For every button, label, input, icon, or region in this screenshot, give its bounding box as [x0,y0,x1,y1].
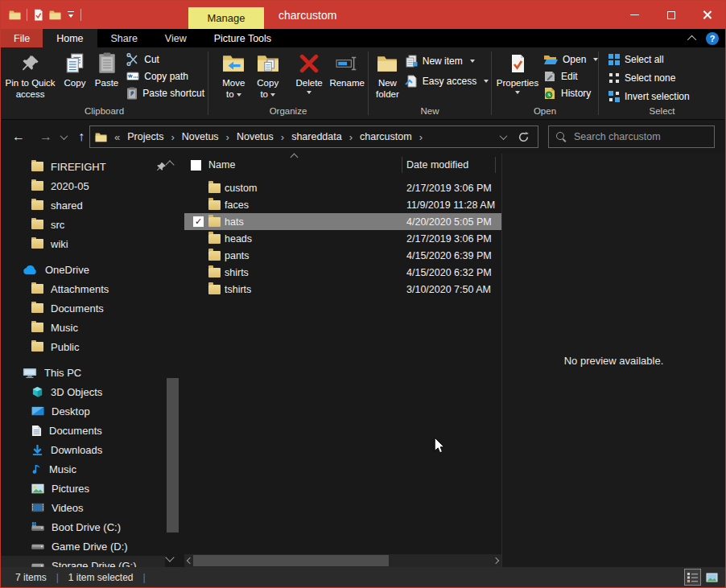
delete-button[interactable]: Delete [292,47,326,104]
column-divider[interactable] [495,157,496,173]
rename-button[interactable]: Rename [326,47,368,104]
select-none-button[interactable]: Select none [605,69,693,86]
pin-icon[interactable] [156,162,167,172]
qat-properties-icon[interactable] [33,9,43,21]
copy-path-button[interactable]: Copy path [123,68,208,84]
paste-shortcut-button[interactable]: Paste shortcut [123,84,208,101]
window-controls [617,1,725,29]
tab-view[interactable]: View [151,29,200,47]
edit-button[interactable]: Edit [540,68,601,84]
help-icon[interactable]: ? [706,32,719,45]
breadcrumb-novetus-2[interactable]: Novetus [237,131,274,142]
sidebar-item-documents[interactable]: Documents [1,421,165,440]
breadcrumb-novetus[interactable]: Novetus [182,131,219,142]
folder-icon [31,342,43,352]
qat-folder-icon[interactable] [9,10,21,20]
maximize-button[interactable] [653,1,689,29]
sidebar-item-this-pc[interactable]: This PC [1,363,165,382]
file-row-hats-selected[interactable]: ✓ hats 4/20/2020 5:05 PM [184,213,501,230]
file-row-heads[interactable]: heads 2/17/2019 3:06 PM [184,230,501,247]
sidebar-item-attachments[interactable]: Attachments [1,279,165,298]
column-header-name[interactable]: Name [208,159,235,171]
tab-home[interactable]: Home [43,29,97,47]
forward-button[interactable]: → [36,127,56,146]
sidebar-item-2020-05[interactable]: 2020-05 [1,176,165,195]
breadcrumb-shareddata[interactable]: shareddata [291,131,342,142]
pin-to-quick-access-button[interactable]: Pin to Quick access [1,47,60,104]
close-button[interactable] [689,1,725,29]
breadcrumb-charcustom[interactable]: charcustom [360,131,412,142]
file-date-modified: 4/20/2020 5:05 PM [406,216,492,228]
refresh-icon[interactable] [518,131,530,143]
sidebar-scroll-down-icon[interactable] [165,553,174,561]
sidebar-item-videos[interactable]: Videos [1,498,165,517]
large-icons-view-button[interactable] [703,569,720,586]
tab-picture-tools[interactable]: Picture Tools [200,29,285,47]
item-count: 7 items [15,572,47,583]
column-divider[interactable] [402,157,402,173]
horizontal-scrollbar[interactable] [184,554,501,567]
file-date-modified: 11/9/2019 11:28 AM [406,199,495,211]
scroll-left-icon[interactable] [187,557,193,564]
open-button[interactable]: Open [540,51,601,68]
breadcrumb-projects[interactable]: Projects [127,131,163,142]
invert-selection-button[interactable]: Invert selection [605,88,693,105]
select-all-checkbox[interactable] [191,160,201,171]
file-row-custom[interactable]: custom 2/17/2019 3:06 PM [184,179,501,196]
minimize-button[interactable] [617,1,653,29]
move-to-button[interactable]: Move to [217,47,250,104]
tab-file[interactable]: File [1,29,43,47]
copy-button[interactable]: Copy [60,47,90,104]
sidebar-item-desktop[interactable]: Desktop [1,401,165,421]
ribbon-group-open: Properties Open Edit History [492,47,598,119]
scroll-right-icon[interactable] [493,557,499,564]
sidebar-item-shared[interactable]: shared [1,195,165,215]
file-row-shirts[interactable]: shirts 4/15/2020 6:32 PM [184,264,501,281]
horizontal-scrollbar-thumb[interactable] [193,555,389,566]
qat-customize-icon[interactable] [67,11,75,19]
sidebar-item-music[interactable]: Music [1,459,165,479]
new-folder-button[interactable]: New folder [373,47,402,104]
back-button[interactable]: ← [9,127,28,146]
up-button[interactable]: ↑ [72,127,91,146]
sidebar-item-public[interactable]: Public [1,337,165,356]
address-dropdown-icon[interactable] [500,132,508,140]
sidebar-item-3d-objects[interactable]: 3D Objects [1,382,165,401]
minimize-ribbon-icon[interactable] [687,35,696,43]
sidebar-item-game-drive-d[interactable]: Game Drive (D:) [1,537,165,556]
dropdown-caret [470,60,475,63]
sidebar-item-music-onedrive[interactable]: Music [1,318,165,337]
search-input[interactable] [574,131,707,142]
file-row-pants[interactable]: pants 4/15/2020 6:39 PM [184,247,501,264]
file-row-tshirts[interactable]: tshirts 3/10/2020 7:50 AM [184,281,501,298]
sidebar-item-boot-drive-c[interactable]: Boot Drive (C:) [1,517,165,537]
details-view-button[interactable] [684,569,701,586]
row-checkbox-checked[interactable]: ✓ [193,216,204,227]
sidebar-scroll-up-icon[interactable] [165,160,174,169]
address-bar[interactable]: « Projects › Novetus › Novetus › sharedd… [89,125,538,148]
sidebar-item-wiki[interactable]: wiki [1,234,165,253]
column-header-date-modified[interactable]: Date modified [406,159,468,171]
sidebar-scrollbar-thumb[interactable] [167,378,179,532]
qat-new-folder-icon[interactable] [49,10,61,20]
recent-locations-icon[interactable] [57,127,70,146]
sidebar-item-downloads[interactable]: Downloads [1,440,165,459]
tab-share[interactable]: Share [97,29,151,47]
sidebar-item-documents-onedrive[interactable]: Documents [1,298,165,318]
cut-button[interactable]: Cut [123,51,208,68]
history-button[interactable]: History [540,84,601,101]
properties-button[interactable]: Properties [495,47,540,104]
paste-button[interactable]: Paste [90,47,123,104]
new-item-button[interactable]: New item [402,52,492,69]
copy-to-button[interactable]: Copy to [250,47,284,104]
search-box[interactable] [548,125,715,148]
easy-access-button[interactable]: Easy access [402,72,492,89]
sidebar-item-onedrive[interactable]: OneDrive [1,260,165,279]
this-pc-icon [23,367,37,379]
sidebar-item-firefight[interactable]: FIREFIGHT [1,157,165,176]
sidebar-item-pictures[interactable]: Pictures [1,479,165,498]
sidebar-item-src[interactable]: src [1,215,165,234]
select-all-button[interactable]: Select all [605,51,693,68]
file-row-faces[interactable]: faces 11/9/2019 11:28 AM [184,196,501,213]
contextual-tab-header-manage[interactable]: Manage [188,7,264,29]
